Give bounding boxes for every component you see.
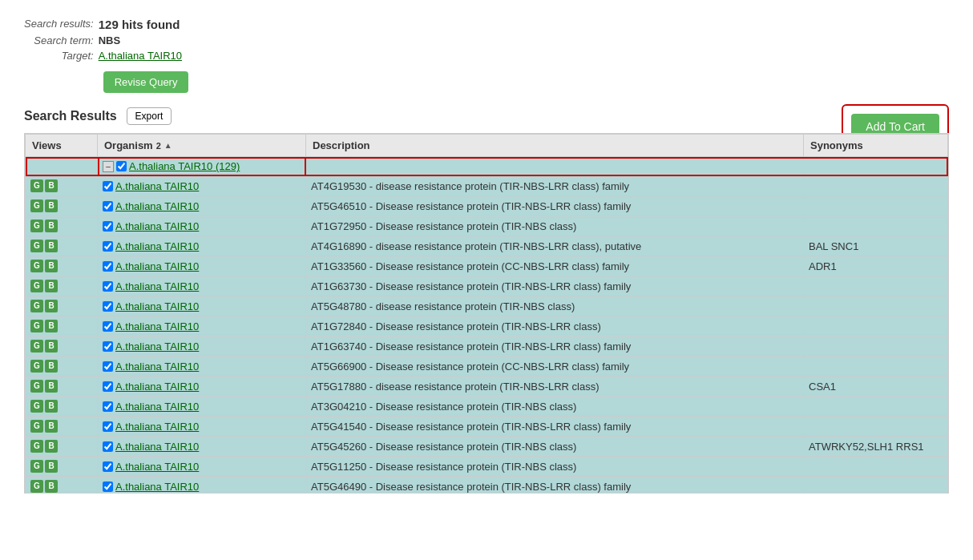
- collapse-icon[interactable]: –: [103, 161, 114, 172]
- row-checkbox[interactable]: [103, 361, 113, 372]
- description-cell: AT4G16890 - disease resistance protein (…: [306, 236, 804, 256]
- organism-link[interactable]: A.thaliana TAIR10: [115, 240, 199, 252]
- b-button[interactable]: B: [45, 179, 58, 192]
- organism-link[interactable]: A.thaliana TAIR10: [115, 320, 199, 332]
- row-checkbox[interactable]: [103, 441, 113, 452]
- group-checkbox[interactable]: [116, 161, 127, 171]
- row-checkbox[interactable]: [103, 221, 113, 232]
- organism-link[interactable]: A.thaliana TAIR10: [115, 260, 199, 272]
- views-cell: G B: [26, 316, 98, 336]
- results-table: Views Organism 2 ▲ Description Synonyms: [25, 134, 948, 494]
- b-button[interactable]: B: [45, 300, 58, 312]
- g-button[interactable]: G: [30, 300, 43, 312]
- views-cell: G B: [26, 296, 98, 316]
- row-checkbox[interactable]: [103, 201, 113, 212]
- b-button[interactable]: B: [45, 280, 58, 292]
- row-checkbox[interactable]: [103, 341, 113, 352]
- description-cell: AT3G04210 - Disease resistance protein (…: [306, 397, 804, 417]
- organism-link[interactable]: A.thaliana TAIR10: [115, 200, 199, 212]
- description-cell: AT5G46490 - Disease resistance protein (…: [306, 477, 804, 494]
- b-button[interactable]: B: [45, 320, 58, 332]
- organism-link[interactable]: A.thaliana TAIR10: [115, 361, 199, 373]
- target-label: Target:: [24, 48, 99, 63]
- organism-cell: A.thaliana TAIR10: [98, 276, 306, 296]
- g-button[interactable]: G: [30, 240, 43, 252]
- row-checkbox[interactable]: [103, 301, 113, 312]
- row-checkbox[interactable]: [103, 281, 113, 292]
- row-checkbox[interactable]: [103, 421, 113, 432]
- g-button[interactable]: G: [30, 420, 43, 433]
- search-term-value: NBS: [99, 34, 120, 46]
- b-button[interactable]: B: [45, 420, 58, 433]
- organism-link[interactable]: A.thaliana TAIR10: [115, 481, 199, 493]
- organism-link[interactable]: A.thaliana TAIR10: [115, 421, 199, 433]
- b-button[interactable]: B: [45, 440, 58, 453]
- organism-cell: A.thaliana TAIR10: [98, 256, 306, 276]
- synonyms-cell: ADR1: [804, 256, 948, 276]
- hits-found: 129 hits found: [99, 16, 194, 33]
- b-button[interactable]: B: [45, 360, 58, 373]
- row-checkbox[interactable]: [103, 401, 113, 412]
- g-button[interactable]: G: [30, 440, 43, 453]
- g-button[interactable]: G: [30, 199, 43, 212]
- col-header-organism[interactable]: Organism 2 ▲: [98, 135, 306, 157]
- b-button[interactable]: B: [45, 340, 58, 353]
- b-button[interactable]: B: [45, 380, 58, 393]
- g-button[interactable]: G: [30, 480, 43, 493]
- description-cell: AT5G41540 - Disease resistance protein (…: [306, 417, 804, 437]
- g-button[interactable]: G: [30, 460, 43, 473]
- organism-link[interactable]: A.thaliana TAIR10: [115, 401, 199, 413]
- b-button[interactable]: B: [45, 480, 58, 493]
- g-button[interactable]: G: [30, 220, 43, 232]
- synonyms-cell: [804, 176, 948, 196]
- table-row: G B A.thaliana TAIR10 AT3G04210 - Diseas…: [26, 397, 948, 417]
- description-cell: AT1G72840 - Disease resistance protein (…: [306, 316, 804, 336]
- b-button[interactable]: B: [45, 220, 58, 232]
- organism-link[interactable]: A.thaliana TAIR10: [115, 381, 199, 393]
- organism-cell: A.thaliana TAIR10: [98, 236, 306, 256]
- row-checkbox[interactable]: [103, 481, 113, 492]
- table-row: G B A.thaliana TAIR10 AT5G46510 - Diseas…: [26, 196, 948, 216]
- table-row: G B A.thaliana TAIR10 AT5G66900 - Diseas…: [26, 357, 948, 377]
- g-button[interactable]: G: [30, 380, 43, 393]
- views-cell: G B: [26, 477, 98, 494]
- organism-link[interactable]: A.thaliana TAIR10: [115, 441, 199, 453]
- row-checkbox[interactable]: [103, 321, 113, 332]
- synonyms-cell: CSA1: [804, 377, 948, 397]
- g-button[interactable]: G: [30, 260, 43, 272]
- row-checkbox[interactable]: [103, 381, 113, 392]
- group-organism-link[interactable]: A.thaliana TAIR10 (129): [129, 160, 240, 172]
- organism-link[interactable]: A.thaliana TAIR10: [115, 340, 199, 353]
- sort-up-icon[interactable]: ▲: [164, 141, 172, 150]
- row-checkbox[interactable]: [103, 261, 113, 272]
- g-button[interactable]: G: [30, 179, 43, 192]
- g-button[interactable]: G: [30, 340, 43, 353]
- table-row: G B A.thaliana TAIR10 AT5G17880 - diseas…: [26, 377, 948, 397]
- g-button[interactable]: G: [30, 400, 43, 413]
- b-button[interactable]: B: [45, 260, 58, 272]
- g-button[interactable]: G: [30, 320, 43, 332]
- row-checkbox[interactable]: [103, 181, 113, 191]
- revise-query-button[interactable]: Revise Query: [103, 71, 189, 93]
- views-cell: G B: [26, 336, 98, 357]
- organism-link[interactable]: A.thaliana TAIR10: [115, 280, 199, 292]
- organism-link[interactable]: A.thaliana TAIR10: [115, 220, 199, 232]
- b-button[interactable]: B: [45, 199, 58, 212]
- description-cell: AT5G46510 - Disease resistance protein (…: [306, 196, 804, 216]
- row-checkbox[interactable]: [103, 241, 113, 252]
- table-row: G B A.thaliana TAIR10 AT5G41540 - Diseas…: [26, 417, 948, 437]
- b-button[interactable]: B: [45, 460, 58, 473]
- g-button[interactable]: G: [30, 280, 43, 292]
- organism-link[interactable]: A.thaliana TAIR10: [115, 461, 199, 473]
- export-button[interactable]: Export: [127, 107, 172, 125]
- description-cell: AT1G63740 - Disease resistance protein (…: [306, 336, 804, 357]
- organism-link[interactable]: A.thaliana TAIR10: [115, 180, 199, 192]
- synonyms-cell: ATWRKY52,SLH1 RRS1: [804, 437, 948, 457]
- target-link[interactable]: A.thaliana TAIR10: [99, 50, 182, 62]
- g-button[interactable]: G: [30, 360, 43, 373]
- description-cell: AT4G19530 - disease resistance protein (…: [306, 176, 804, 196]
- row-checkbox[interactable]: [103, 461, 113, 472]
- organism-link[interactable]: A.thaliana TAIR10: [115, 300, 199, 312]
- b-button[interactable]: B: [45, 240, 58, 252]
- b-button[interactable]: B: [45, 400, 58, 413]
